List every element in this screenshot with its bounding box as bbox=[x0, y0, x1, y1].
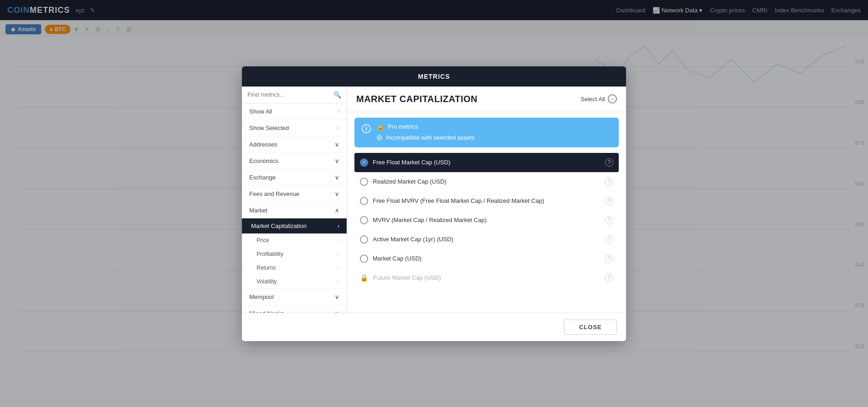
nav-list: Show All › Show Selected › Addresses ∨ bbox=[242, 103, 347, 313]
show-all-chevron: › bbox=[338, 109, 339, 114]
show-all-label: Show All bbox=[249, 108, 272, 115]
help-icon-free-float[interactable]: ? bbox=[605, 158, 613, 167]
check-icon-free-float bbox=[360, 158, 368, 167]
price-chevron: › bbox=[338, 238, 339, 243]
modal-header: METRICS bbox=[242, 66, 626, 87]
market-cap-item[interactable]: Market Capitalization › bbox=[242, 218, 347, 233]
volatility-item[interactable]: Volatility › bbox=[242, 275, 347, 288]
right-panel: MARKET CAPITALIZATION Select All − i 🔒 P… bbox=[347, 87, 626, 313]
radio-ffmvrv bbox=[360, 197, 368, 205]
info-banner: i 🔒 Pro metrics ⊘ Incompatible with sele… bbox=[354, 118, 619, 147]
mined-blocks-section: Mined blocks ∨ bbox=[242, 305, 347, 313]
fees-header[interactable]: Fees and Revenue ∨ bbox=[242, 186, 347, 202]
metric-row-left: 🔒 Future Market Cap (USD) bbox=[360, 274, 441, 282]
radio-marketcap bbox=[360, 255, 368, 263]
addresses-chevron: ∨ bbox=[335, 141, 339, 148]
metric-row-left: Realized Market Cap (USD) bbox=[360, 178, 446, 186]
help-icon-mvrv[interactable]: ? bbox=[605, 216, 613, 224]
help-icon-future[interactable]: ? bbox=[605, 274, 613, 282]
fees-chevron: ∨ bbox=[335, 190, 339, 197]
incompatible-row: ⊘ Incompatible with selected assets bbox=[376, 133, 475, 142]
metric-label-future: Future Market Cap (USD) bbox=[373, 274, 441, 281]
metric-row-left: Market Cap (USD) bbox=[360, 255, 422, 263]
price-label: Price bbox=[257, 237, 269, 244]
show-selected-item[interactable]: Show Selected › bbox=[242, 120, 347, 136]
info-icon: i bbox=[362, 124, 371, 133]
exchange-header[interactable]: Exchange ∨ bbox=[242, 169, 347, 185]
info-text: 🔒 Pro metrics ⊘ Incompatible with select… bbox=[376, 123, 475, 142]
metric-label-free-float: Free Float Market Cap (USD) bbox=[373, 159, 450, 166]
show-all-item[interactable]: Show All › bbox=[242, 103, 347, 120]
right-header: MARKET CAPITALIZATION Select All − bbox=[347, 87, 626, 112]
fees-section: Fees and Revenue ∨ bbox=[242, 186, 347, 202]
show-selected-label: Show Selected bbox=[249, 125, 289, 131]
mempool-label: Mempool bbox=[249, 293, 273, 300]
metric-row-left: Active Market Cap (1yr) (USD) bbox=[360, 235, 453, 244]
mempool-header[interactable]: Mempool ∨ bbox=[242, 289, 347, 305]
mempool-section: Mempool ∨ bbox=[242, 289, 347, 305]
radio-mvrv bbox=[360, 216, 368, 224]
mined-blocks-header[interactable]: Mined blocks ∨ bbox=[242, 305, 347, 313]
metric-row-ffmvrv[interactable]: Free Float MVRV (Free Float Market Cap /… bbox=[354, 191, 619, 211]
help-icon-active[interactable]: ? bbox=[605, 235, 613, 244]
metric-row-left: Free Float MVRV (Free Float Market Cap /… bbox=[360, 197, 544, 205]
lock-icon-future: 🔒 bbox=[360, 274, 369, 282]
modal-overlay: METRICS 🔍 Show All › bbox=[0, 0, 868, 407]
market-chevron: ∧ bbox=[335, 207, 339, 214]
metric-row-left: Free Float Market Cap (USD) bbox=[360, 158, 450, 167]
economics-section: Economics ∨ bbox=[242, 153, 347, 169]
show-selected-chevron: › bbox=[338, 125, 339, 130]
select-all-button[interactable]: Select All − bbox=[581, 94, 617, 103]
market-header[interactable]: Market ∧ bbox=[242, 202, 347, 218]
help-icon-marketcap[interactable]: ? bbox=[605, 255, 613, 263]
incompatible-label: Incompatible with selected assets bbox=[386, 134, 475, 141]
metric-label-marketcap: Market Cap (USD) bbox=[373, 255, 422, 262]
radio-active bbox=[360, 235, 368, 244]
search-icon: 🔍 bbox=[333, 91, 341, 98]
returns-item[interactable]: Returns › bbox=[242, 261, 347, 275]
economics-chevron: ∨ bbox=[335, 157, 339, 164]
help-icon-realized[interactable]: ? bbox=[605, 178, 613, 186]
addresses-header[interactable]: Addresses ∨ bbox=[242, 136, 347, 152]
modal-title: METRICS bbox=[418, 73, 450, 80]
metric-row-mvrv[interactable]: MVRV (Market Cap / Realized Market Cap) … bbox=[354, 211, 619, 230]
price-item[interactable]: Price › bbox=[242, 233, 347, 247]
metric-row-free-float[interactable]: Free Float Market Cap (USD) ? bbox=[354, 153, 619, 172]
search-input[interactable] bbox=[247, 91, 330, 98]
mempool-chevron: ∨ bbox=[335, 293, 339, 300]
metrics-modal: METRICS 🔍 Show All › bbox=[242, 66, 626, 341]
market-cap-label: Market Capitalization bbox=[251, 222, 306, 229]
help-icon-ffmvrv[interactable]: ? bbox=[605, 197, 613, 205]
metric-row-left: MVRV (Market Cap / Realized Market Cap) bbox=[360, 216, 487, 224]
metric-row-future[interactable]: 🔒 Future Market Cap (USD) ? bbox=[354, 268, 619, 288]
volatility-label: Volatility bbox=[257, 278, 277, 285]
economics-header[interactable]: Economics ∨ bbox=[242, 153, 347, 169]
metric-row-realized[interactable]: Realized Market Cap (USD) ? bbox=[354, 172, 619, 191]
profitability-item[interactable]: Profitability › bbox=[242, 247, 347, 261]
metric-label-active: Active Market Cap (1yr) (USD) bbox=[373, 236, 453, 243]
pro-metrics-row: 🔒 Pro metrics bbox=[376, 123, 475, 130]
profitability-chevron: › bbox=[338, 251, 339, 256]
addresses-label: Addresses bbox=[249, 141, 277, 148]
market-label: Market bbox=[249, 207, 268, 214]
right-title: MARKET CAPITALIZATION bbox=[356, 94, 477, 104]
exchange-section: Exchange ∨ bbox=[242, 169, 347, 186]
modal-footer: CLOSE bbox=[242, 313, 626, 341]
pro-metrics-label: Pro metrics bbox=[388, 123, 418, 130]
modal-body: 🔍 Show All › Show Selected › bbox=[242, 87, 626, 313]
select-all-label: Select All bbox=[581, 96, 605, 103]
economics-label: Economics bbox=[249, 157, 279, 164]
close-button[interactable]: CLOSE bbox=[564, 320, 617, 335]
lock-icon-pro: 🔒 bbox=[376, 123, 384, 130]
metric-label-ffmvrv: Free Float MVRV (Free Float Market Cap /… bbox=[373, 197, 544, 204]
fees-label: Fees and Revenue bbox=[249, 190, 300, 197]
exchange-label: Exchange bbox=[249, 174, 276, 181]
returns-chevron: › bbox=[338, 265, 339, 270]
metric-label-mvrv: MVRV (Market Cap / Realized Market Cap) bbox=[373, 217, 487, 223]
metric-row-marketcap[interactable]: Market Cap (USD) ? bbox=[354, 249, 619, 268]
incompatible-icon: ⊘ bbox=[376, 133, 382, 142]
market-cap-chevron: › bbox=[338, 222, 339, 229]
returns-label: Returns bbox=[257, 265, 276, 271]
profitability-label: Profitability bbox=[257, 251, 284, 257]
metric-row-active[interactable]: Active Market Cap (1yr) (USD) ? bbox=[354, 230, 619, 249]
